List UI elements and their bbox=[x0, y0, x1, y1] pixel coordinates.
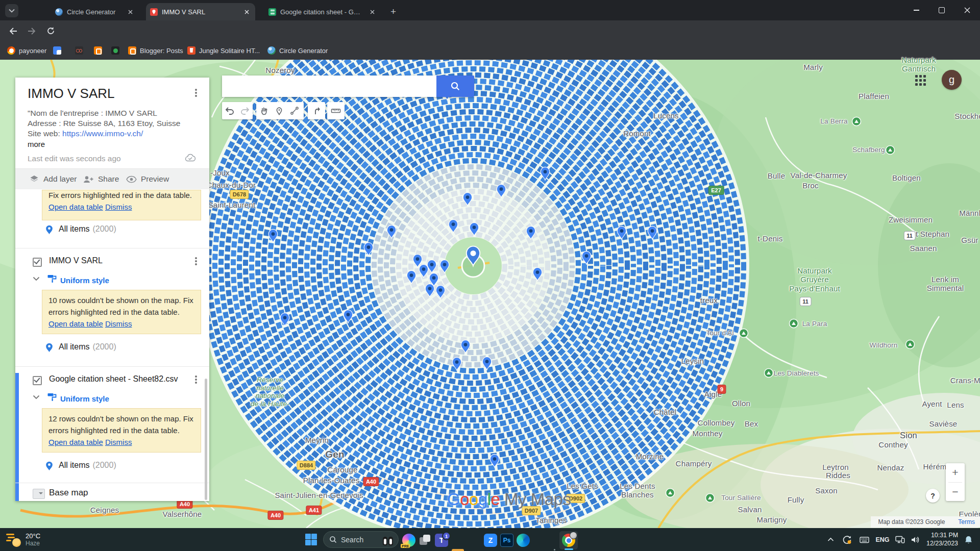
help-button[interactable]: ? bbox=[926, 489, 940, 503]
active-app-indicator bbox=[565, 548, 573, 550]
layer-menu-icon[interactable] bbox=[195, 379, 197, 381]
weather-widget[interactable]: 20°C Haze bbox=[6, 528, 40, 551]
bookmark-blogger-icon-only[interactable] bbox=[94, 45, 102, 56]
minimize-button[interactable] bbox=[903, 0, 929, 20]
map-search-button[interactable] bbox=[436, 76, 474, 97]
peak-icon bbox=[740, 329, 748, 338]
tray-network-icon[interactable] bbox=[893, 528, 906, 551]
photoshop-icon[interactable]: Ps bbox=[500, 534, 513, 547]
paint-roller-icon bbox=[47, 392, 57, 402]
tab-close-icon[interactable] bbox=[242, 8, 251, 16]
layer-checkbox[interactable] bbox=[33, 376, 42, 385]
bookmark-translate[interactable] bbox=[53, 45, 61, 56]
reload-button[interactable] bbox=[44, 24, 58, 38]
layer-checkbox[interactable] bbox=[33, 258, 42, 267]
pan-hand-tool[interactable] bbox=[256, 102, 272, 119]
zoom-out-button[interactable]: − bbox=[946, 483, 965, 502]
blue-pin-icon bbox=[45, 460, 54, 471]
maximize-button[interactable] bbox=[929, 0, 954, 20]
tab-close-icon[interactable] bbox=[368, 8, 377, 16]
collapse-chevron-icon[interactable] bbox=[33, 395, 40, 399]
bookmark-infinity[interactable] bbox=[75, 45, 83, 56]
start-button[interactable] bbox=[305, 534, 317, 545]
collapse-chevron-icon[interactable] bbox=[33, 277, 40, 281]
all-items-row[interactable]: All items(2000) bbox=[15, 339, 209, 355]
draw-line-tool[interactable] bbox=[287, 102, 302, 119]
add-marker-tool[interactable] bbox=[272, 102, 287, 119]
undo-redo-group bbox=[222, 102, 253, 119]
open-data-table-link[interactable]: Open data table bbox=[48, 319, 103, 328]
bookmark-circle-generator[interactable]: Circle Generator bbox=[267, 45, 328, 56]
bookmark-blogger-posts[interactable]: Blogger: Posts bbox=[128, 45, 183, 56]
website-link[interactable]: https://www.immo-v.ch/ bbox=[62, 129, 143, 138]
attribution-text: Map data ©2023 Google bbox=[878, 518, 945, 525]
base-map-thumbnail[interactable] bbox=[33, 489, 45, 499]
layers-icon bbox=[29, 174, 39, 184]
copilot-icon[interactable]: PRE bbox=[402, 534, 415, 547]
preview-button[interactable]: Preview bbox=[126, 169, 169, 189]
bookmark-jungle-solitaire[interactable]: Jungle Solitaire HT... bbox=[187, 45, 260, 56]
snipping-tool-icon[interactable] bbox=[419, 534, 432, 547]
dismiss-link[interactable]: Dismiss bbox=[105, 203, 132, 211]
more-link[interactable]: more bbox=[28, 140, 45, 148]
base-map-label[interactable]: Base map bbox=[49, 488, 88, 498]
tab-search-button[interactable] bbox=[5, 4, 18, 17]
bookmark-payoneer[interactable]: payoneer bbox=[7, 45, 46, 56]
tray-volume-icon[interactable] bbox=[909, 528, 922, 551]
measure-tool[interactable] bbox=[327, 102, 345, 119]
all-items-row[interactable]: All items(2000) bbox=[15, 221, 209, 237]
all-items-row[interactable]: All items(2000) bbox=[15, 458, 209, 473]
map-title: IMMO V SARL bbox=[28, 86, 114, 102]
tray-keyboard-icon[interactable] bbox=[857, 528, 871, 551]
windows-taskbar: 20°C Haze Search PRE T 1 Z Ps bbox=[0, 528, 980, 551]
close-button[interactable] bbox=[954, 0, 980, 20]
map-search-input[interactable] bbox=[222, 76, 436, 97]
dismiss-link[interactable]: Dismiss bbox=[105, 438, 132, 446]
tray-language[interactable]: ENG bbox=[874, 528, 891, 551]
search-highlight-image bbox=[382, 534, 395, 546]
share-button[interactable]: Share bbox=[83, 169, 119, 189]
browser-toolbar: google.com/maps/d/u/4/edit?mid=1v9J4L1y-… bbox=[0, 20, 980, 41]
google-apps-grid-icon[interactable] bbox=[915, 75, 926, 86]
chrome-active-window-icon[interactable] bbox=[559, 531, 578, 549]
tab-immo-v-sarl[interactable]: IMMO V SARL bbox=[146, 3, 255, 20]
teams-icon[interactable]: T 1 bbox=[435, 534, 448, 547]
bookmark-dark-green[interactable] bbox=[111, 45, 119, 56]
layer-warning-box: 10 rows couldn't be shown on the map. Fi… bbox=[42, 290, 201, 334]
bookmark-label: Blogger: Posts bbox=[140, 47, 183, 55]
undo-button[interactable] bbox=[222, 102, 237, 119]
add-directions-tool[interactable] bbox=[308, 102, 325, 119]
file-explorer-icon[interactable] bbox=[451, 547, 464, 551]
panel-menu-icon[interactable] bbox=[195, 92, 197, 94]
panel-scrollbar[interactable] bbox=[205, 379, 207, 500]
dismiss-link[interactable]: Dismiss bbox=[105, 319, 132, 328]
layer-menu-icon[interactable] bbox=[195, 260, 197, 262]
uniform-style-button[interactable]: Uniform style bbox=[60, 394, 109, 403]
zoom-app-icon[interactable]: Z bbox=[484, 534, 497, 547]
back-button[interactable] bbox=[6, 24, 20, 38]
tab-circle-generator[interactable]: Circle Generator bbox=[51, 3, 139, 20]
uniform-style-button[interactable]: Uniform style bbox=[60, 276, 109, 285]
layer-name[interactable]: IMMO V SARL bbox=[49, 256, 103, 265]
tab-close-icon[interactable] bbox=[126, 8, 135, 16]
selected-layer-indicator bbox=[15, 373, 19, 501]
tray-notification-bell-icon[interactable] bbox=[962, 528, 975, 551]
tab-google-citation-sheet[interactable]: Google citation sheet - Google... bbox=[264, 3, 381, 20]
redo-button[interactable] bbox=[237, 102, 253, 119]
tray-chevron-up[interactable] bbox=[824, 528, 837, 551]
open-data-table-link[interactable]: Open data table bbox=[48, 203, 103, 211]
tray-clock[interactable]: 10:31 PM 12/23/2023 bbox=[924, 532, 958, 547]
account-avatar[interactable]: g bbox=[942, 70, 962, 90]
zoom-in-button[interactable]: + bbox=[946, 463, 965, 482]
terms-link[interactable]: Terms bbox=[958, 518, 975, 525]
add-layer-button[interactable]: Add layer bbox=[29, 169, 77, 189]
search-label: Search bbox=[341, 536, 382, 544]
tray-sync-icon[interactable] bbox=[840, 528, 853, 551]
new-tab-button[interactable]: + bbox=[386, 5, 400, 18]
edge-icon[interactable] bbox=[517, 534, 530, 547]
taskbar-search[interactable]: Search bbox=[323, 531, 399, 548]
open-data-table-link[interactable]: Open data table bbox=[48, 438, 103, 446]
layer-name[interactable]: Google citation sheet - Sheet82.csv bbox=[49, 374, 178, 384]
running-indicator bbox=[554, 549, 555, 550]
forward-button[interactable] bbox=[24, 24, 38, 38]
